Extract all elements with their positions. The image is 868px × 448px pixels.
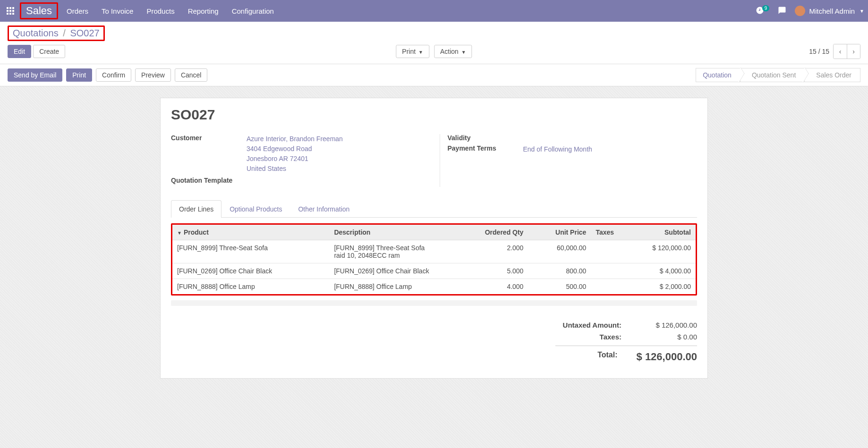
order-lines-table: ▼Product Description Ordered Qty Unit Pr… [172,225,696,294]
breadcrumb-highlight: Quotations / SO027 [8,25,105,41]
total-value: $ 126,000.00 [637,351,697,363]
cancel-button[interactable]: Cancel [175,68,208,82]
user-name: Mitchell Admin [809,7,855,15]
cell-subtotal: $ 2,000.00 [633,279,696,295]
breadcrumb-parent[interactable]: Quotations [13,28,59,38]
edit-button[interactable]: Edit [8,45,31,58]
print-dropdown[interactable]: Print ▼ [396,45,429,58]
activity-badge: 9 [762,5,770,11]
cell-product: [FURN_0269] Office Chair Black [172,263,329,279]
print-button[interactable]: Print [66,68,92,82]
svg-rect-4 [9,10,11,12]
cell-subtotal: $ 4,000.00 [633,263,696,279]
template-label: Quotation Template [171,177,247,184]
status-quotation-sent[interactable]: Quotation Sent [740,68,805,82]
confirm-button[interactable]: Confirm [96,68,131,82]
taxes-value: $ 0.00 [640,333,697,341]
cell-price: 800.00 [528,263,591,279]
cell-tax [591,240,633,263]
th-product: Product [184,228,209,236]
svg-rect-5 [12,10,14,12]
th-taxes: Taxes [591,225,633,240]
create-button[interactable]: Create [33,45,65,58]
cell-qty: 4.000 [465,279,528,295]
th-price: Unit Price [528,225,591,240]
caret-down-icon[interactable]: ▼ [177,230,182,236]
tab-order-lines[interactable]: Order Lines [171,200,221,218]
table-row[interactable]: [FURN_8888] Office Lamp[FURN_8888] Offic… [172,279,696,295]
top-nav: Sales Orders To Invoice Products Reporti… [0,0,868,22]
th-subtotal: Subtotal [633,225,696,240]
activity-indicator[interactable]: 9 [756,6,770,16]
table-scrollbar[interactable] [171,300,697,306]
control-bar: Quotations / SO027 Edit Create Print ▼ A… [0,22,868,64]
cell-description: [FURN_0269] Office Chair Black [329,263,465,279]
pager-text: 15 / 15 [809,48,829,55]
table-row[interactable]: [FURN_8999] Three-Seat Sofa[FURN_8999] T… [172,240,696,263]
nav-products[interactable]: Products [146,7,174,15]
breadcrumb-current: SO027 [70,28,99,38]
status-quotation[interactable]: Quotation [696,68,740,82]
app-brand[interactable]: Sales [26,5,52,17]
status-bar: Send by Email Print Confirm Preview Canc… [0,64,868,86]
cell-product: [FURN_8888] Office Lamp [172,279,329,295]
nav-reporting[interactable]: Reporting [188,7,219,15]
user-menu[interactable]: Mitchell Admin ▼ [795,6,864,16]
preview-button[interactable]: Preview [135,68,171,82]
untaxed-value: $ 126,000.00 [640,321,697,329]
pager-buttons: ‹ › [833,44,860,59]
cell-qty: 2.000 [465,240,528,263]
taxes-label: Taxes: [555,333,621,341]
order-lines-highlight: ▼Product Description Ordered Qty Unit Pr… [171,223,697,296]
total-label: Total: [555,351,618,363]
chevron-down-icon: ▼ [859,8,864,14]
cell-description: [FURN_8888] Office Lamp [329,279,465,295]
nav-links: Orders To Invoice Products Reporting Con… [67,7,274,15]
svg-rect-3 [7,10,9,12]
tab-optional-products[interactable]: Optional Products [221,200,290,218]
svg-rect-8 [12,13,14,15]
action-dropdown[interactable]: Action ▼ [434,45,472,58]
pager-next[interactable]: › [847,44,860,59]
untaxed-label: Untaxed Amount: [555,321,621,329]
cell-tax [591,263,633,279]
cell-subtotal: $ 120,000.00 [633,240,696,263]
svg-rect-0 [7,7,9,9]
svg-rect-6 [7,13,9,15]
breadcrumb-sep: / [63,28,66,38]
avatar [795,6,805,16]
cell-price: 60,000.00 [528,240,591,263]
tabs: Order Lines Optional Products Other Info… [171,200,697,218]
form-sheet: SO027 Customer Azure Interior, Brandon F… [160,98,708,379]
svg-rect-7 [9,13,11,15]
table-row[interactable]: [FURN_0269] Office Chair Black[FURN_0269… [172,263,696,279]
th-description: Description [329,225,465,240]
validity-label: Validity [448,134,523,142]
status-steps: Quotation Quotation Sent Sales Order [696,68,860,82]
apps-icon[interactable] [4,4,17,17]
svg-rect-1 [9,7,11,9]
tab-other-info[interactable]: Other Information [290,200,357,218]
send-email-button[interactable]: Send by Email [8,68,62,82]
brand-highlight: Sales [20,2,58,19]
nav-to-invoice[interactable]: To Invoice [102,7,134,15]
th-qty: Ordered Qty [465,225,528,240]
status-sales-order[interactable]: Sales Order [804,68,860,82]
cell-product: [FURN_8999] Three-Seat Sofa [172,240,329,263]
nav-right: 9 Mitchell Admin ▼ [756,6,864,16]
document-title: SO027 [171,107,697,123]
nav-orders[interactable]: Orders [67,7,88,15]
terms-value[interactable]: End of Following Month [523,144,592,154]
cell-qty: 5.000 [465,263,528,279]
cell-description: [FURN_8999] Three-Seat Sofaraid 10, 2048… [329,240,465,263]
cell-price: 500.00 [528,279,591,295]
totals: Untaxed Amount: $ 126,000.00 Taxes: $ 0.… [171,319,697,365]
breadcrumb: Quotations / SO027 [13,28,100,38]
pager-prev[interactable]: ‹ [834,44,847,59]
nav-configuration[interactable]: Configuration [232,7,274,15]
chat-icon[interactable] [778,6,786,16]
customer-label: Customer [171,134,247,142]
customer-value[interactable]: Azure Interior, Brandon Freeman 3404 Edg… [247,134,343,174]
terms-label: Payment Terms [448,144,523,152]
svg-rect-2 [12,7,14,9]
